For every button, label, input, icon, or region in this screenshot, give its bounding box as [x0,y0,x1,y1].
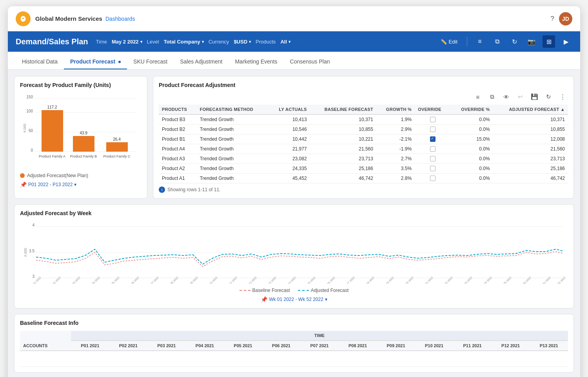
bar-family-b[interactable] [73,136,94,152]
table-row: Product A2 Trended Growth 24,335 25,186 … [159,164,568,174]
bar-chart-date-filter[interactable]: 📌 P01 2022 - P13 2022 ▾ [20,181,142,188]
svg-text:117.2: 117.2 [47,105,57,109]
level-chevron-icon: ▾ [202,40,204,44]
svg-text:43.9: 43.9 [80,131,87,135]
method-cell: Trended Growth [197,144,269,154]
camera-icon-btn[interactable]: 📷 [525,35,538,48]
svg-text:Product Family B: Product Family B [70,154,97,158]
svg-text:3: 3 [32,274,34,279]
override-cell[interactable]: ✓ [415,134,451,144]
override-checkbox[interactable] [430,146,436,152]
override-cell[interactable] [415,174,451,183]
currency-filter[interactable]: $USD ▾ [234,39,251,45]
method-cell: Trended Growth [197,164,269,174]
filter-icon-btn[interactable]: ≡ [474,35,486,48]
time-period-header: P05 2021 [224,341,262,351]
video-icon-btn[interactable]: ▶ [560,35,572,48]
svg-text:#,000: #,000 [23,124,27,133]
svg-text:0: 0 [31,148,33,152]
override-cell[interactable] [415,154,451,164]
edit-button[interactable]: ✏️ Edit [437,37,461,46]
bar-chart-date-chevron: ▾ [74,182,76,187]
grid-icon-btn[interactable]: ⊞ [543,35,555,48]
override-checkbox[interactable] [430,156,436,161]
adjusted-cell: 10,371 [493,114,568,125]
line-chart-date-value: Wk 01 2022 - Wk 52 2022 [269,297,323,302]
legend-adjusted-label: Adjusted Forecast [311,288,349,293]
line-chart-date-filter[interactable]: 📌 Wk 01 2022 - Wk 52 2022 ▾ [20,296,568,303]
override-checkbox[interactable] [430,117,436,122]
copy-icon-btn[interactable]: ⧉ [491,35,503,48]
baseline-forecast-line [36,252,563,266]
override-checkbox[interactable] [430,176,436,181]
svg-text:Wk 14 2022: Wk 14 2022 [284,276,296,284]
svg-text:Wk 21 2022: Wk 21 2022 [421,276,434,284]
toolbar-copy2-icon[interactable]: ⧉ [486,91,497,102]
level-label: Level [147,39,159,45]
col-growth: GROWTH % [376,105,415,114]
tab-sku-forecast[interactable]: SKU Forecast [127,54,174,69]
pencil-icon: ✏️ [441,39,447,45]
line-date-chevron: ▾ [325,297,327,302]
method-cell: Trended Growth [197,154,269,164]
adjusted-cell: 23,713 [493,154,568,164]
time-period-header: P08 2021 [339,341,377,351]
tab-product-forecast[interactable]: Product Forecast [64,54,127,69]
app-shell: Global Modern Services Dashboards ? JD D… [8,6,580,377]
baseline-cell: 23,713 [310,154,376,164]
col-ly: LY ACTUALS [269,105,310,114]
chart-legend: Adjusted Forecast(New Plan) [20,173,142,178]
refresh-icon-btn[interactable]: ↻ [508,35,521,48]
override-cell[interactable] [415,114,451,125]
growth-cell: 2.8% [376,174,415,183]
override-cell[interactable] [415,125,451,134]
override-pct-cell: 0.0% [451,114,493,125]
product-cell: Product A2 [159,164,197,174]
help-button[interactable]: ? [546,12,559,25]
dashboards-link[interactable]: Dashboards [105,16,135,22]
ly-cell: 21,977 [269,144,310,154]
svg-text:Wk 11 2022: Wk 11 2022 [225,276,238,284]
growth-cell: -1.9% [376,144,415,154]
bar-family-a[interactable] [42,110,63,152]
override-cell[interactable] [415,144,451,154]
svg-text:26.4: 26.4 [113,137,121,141]
override-pct-cell: 0.0% [451,154,493,164]
adjusted-cell: 10,855 [493,125,568,134]
baseline-cell: 25,186 [310,164,376,174]
method-cell: Trended Growth [197,125,269,134]
products-filter[interactable]: All ▾ [280,39,290,45]
override-checkbox[interactable] [430,127,436,132]
toolbar-more-icon[interactable]: ⋮ [557,91,568,102]
svg-text:Wk 50 2022: Wk 50 2022 [519,276,532,284]
tab-consensus-plan[interactable]: Consensus Plan [284,54,336,69]
time-filter[interactable]: May 2 2022 ▾ [112,39,142,45]
override-pct-cell: 0.0% [451,125,493,134]
table-row: Product A3 Trended Growth 23,082 23,713 … [159,154,568,164]
currency-chevron-icon: ▾ [249,40,251,44]
tab-historical-data[interactable]: Historical Data [16,54,64,69]
svg-text:150: 150 [26,95,33,99]
time-group-header: TIME [71,331,568,341]
level-filter[interactable]: Total Company ▾ [164,39,204,45]
growth-cell: 2.7% [376,154,415,164]
toolbar-refresh2-icon[interactable]: ↻ [543,91,554,102]
toolbar-eye-icon[interactable]: 👁 [501,91,512,102]
tab-marketing-events[interactable]: Marketing Events [229,54,283,69]
ly-cell: 10,546 [269,125,310,134]
bar-family-c[interactable] [106,142,128,152]
svg-text:Wk 23 2022: Wk 23 2022 [461,276,473,284]
ly-cell: 24,335 [269,164,310,174]
tab-sales-adjustment[interactable]: Sales Adjustment [174,54,229,69]
override-checkbox[interactable] [430,166,436,171]
ly-cell: 45,452 [269,174,310,183]
currency-label: Currency [209,39,229,45]
user-avatar[interactable]: JD [559,12,572,25]
header-separator [467,37,467,46]
table-row: Product B1 Trended Growth 10,442 10,221 … [159,134,568,144]
toolbar-filter-icon[interactable]: ≡ [472,91,483,102]
page-title: Demand/Sales Plan [16,37,88,46]
adjusted-cell: 12,008 [493,134,568,144]
override-checkbox[interactable]: ✓ [430,136,436,142]
override-cell[interactable] [415,164,451,174]
